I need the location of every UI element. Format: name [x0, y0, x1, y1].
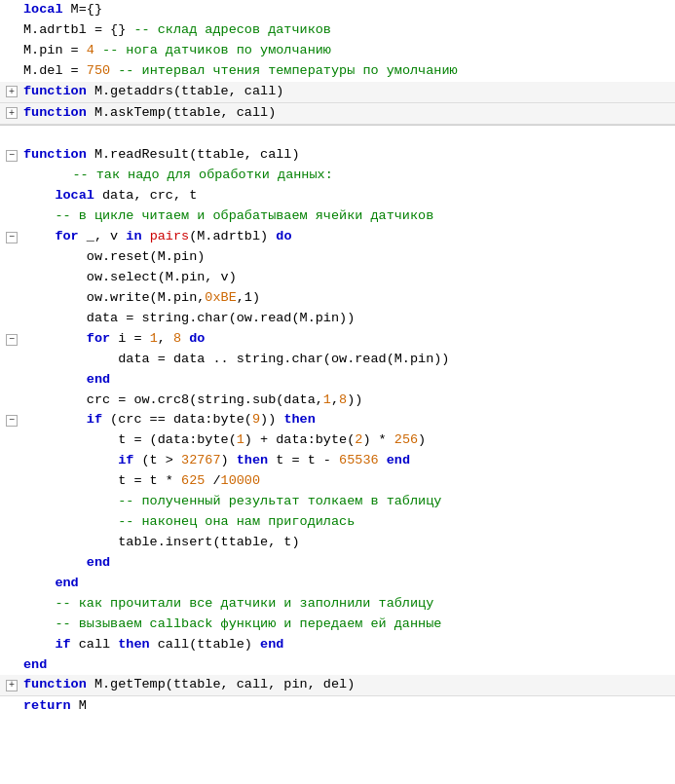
code-line-16: data = string.char(ow.read(M.pin)) — [0, 309, 675, 329]
expand-icon-34[interactable]: + — [6, 680, 18, 691]
code-line-18: data = data .. string.char(ow.read(M.pin… — [0, 350, 675, 370]
gutter-17[interactable]: − — [4, 334, 19, 346]
code-line-10: local data, crc, t — [0, 186, 675, 206]
code-line-14: ow.select(M.pin, v) — [0, 268, 675, 288]
code-line-27: table.insert(ttable, t) — [0, 533, 675, 553]
gutter-21[interactable]: − — [4, 415, 19, 427]
code-line-5: + function M.getaddrs(ttable, call) — [0, 82, 675, 103]
code-line-30: -- как прочитали все датчики и заполнили… — [0, 594, 675, 615]
gutter-6[interactable]: + — [4, 107, 19, 119]
code-line-8: − function M.readResult(ttable, call) — [0, 145, 675, 166]
code-line-29: end — [0, 574, 675, 594]
code-line-15: ow.write(M.pin, 0xBE ,1) — [0, 288, 675, 309]
code-line-12: − for _, v in pairs (M.adrtbl) do — [0, 227, 675, 247]
expand-icon-5[interactable]: + — [6, 86, 18, 97]
code-line-35: return M — [0, 696, 675, 717]
code-line-2: M.adrtbl = {} -- склад адресов датчиков — [0, 20, 675, 41]
collapse-icon-21[interactable]: − — [6, 415, 18, 427]
code-line-31: -- вызываем callback функцию и передаем … — [0, 615, 675, 635]
code-line-17: − for i = 1 , 8 do — [0, 329, 675, 350]
gutter-34[interactable]: + — [4, 680, 19, 691]
code-line-28: end — [0, 553, 675, 574]
code-line-32: if call then call(ttable) end — [0, 635, 675, 655]
code-line-26: -- наконец она нам пригодилась — [0, 512, 675, 533]
collapse-icon-17[interactable]: − — [6, 334, 18, 346]
code-line-21: − if (crc == data:byte( 9 )) then — [0, 410, 675, 430]
code-line-22: t = (data:byte( 1 ) + data:byte( 2 ) * 2… — [0, 430, 675, 451]
code-line-3: M.pin = 4 -- нога датчиков по умолчанию — [0, 41, 675, 61]
kw-local-1: local — [23, 0, 63, 20]
code-line-25: -- полученный результат толкаем в таблиц… — [0, 492, 675, 512]
code-line-6: + function M.askTemp(ttable, call) — [0, 103, 675, 125]
gutter-8[interactable]: − — [4, 150, 19, 162]
code-line-19: end — [0, 370, 675, 391]
code-line-20: crc = ow.crc8(string.sub(data, 1 , 8 )) — [0, 391, 675, 411]
code-line-24: t = t * 625 / 10000 — [0, 471, 675, 492]
code-line-1: local M={} — [0, 0, 675, 20]
code-editor: local M={} M.adrtbl = {} -- склад адресо… — [0, 0, 675, 784]
code-line-23: if (t > 32767 ) then t = t - 65536 end — [0, 451, 675, 471]
gutter-12[interactable]: − — [4, 232, 19, 243]
collapse-icon-8[interactable]: − — [6, 150, 18, 162]
gutter-5[interactable]: + — [4, 86, 19, 97]
code-line-4: M.del = 750 -- интервал чтения температу… — [0, 61, 675, 82]
expand-icon-6[interactable]: + — [6, 107, 18, 119]
collapse-icon-12[interactable]: − — [6, 232, 18, 243]
code-line-33: end — [0, 655, 675, 676]
code-line-9: -- так надо для обработки данных: — [0, 166, 675, 186]
section-divider — [0, 125, 675, 146]
code-line-11: -- в цикле читаем и обрабатываем ячейки … — [0, 206, 675, 227]
code-line-13: ow.reset(M.pin) — [0, 247, 675, 268]
code-line-34: + function M.getTemp(ttable, call, pin, … — [0, 675, 675, 696]
